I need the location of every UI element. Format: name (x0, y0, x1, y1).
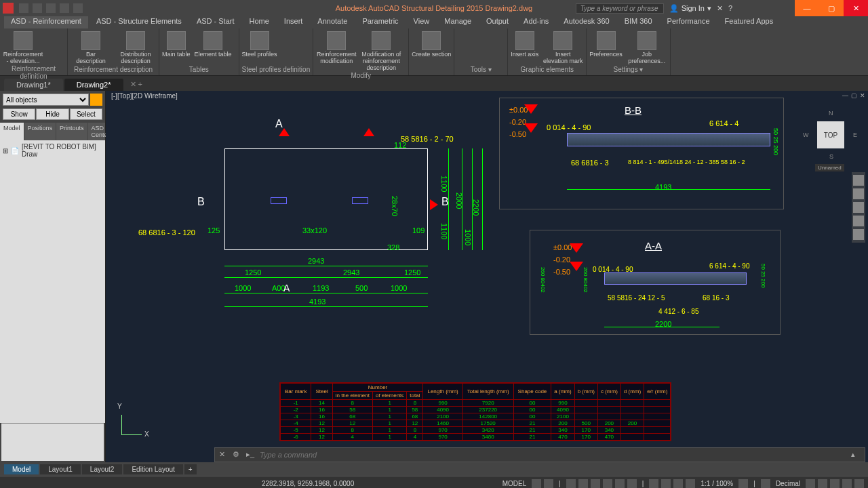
clean-icon[interactable] (818, 479, 827, 489)
qat-undo-icon[interactable] (60, 3, 69, 13)
insert-elevation-button[interactable]: Insert elevation mark (542, 31, 583, 64)
tab-asd-structure[interactable]: ASD - Structure Elements (90, 16, 189, 28)
grid-icon[interactable] (532, 479, 541, 489)
sc-icon[interactable] (761, 479, 770, 489)
tab-a360[interactable]: Autodesk 360 (557, 16, 616, 28)
drawing-tab-2[interactable]: Drawing2* (64, 79, 123, 91)
nav-wheel-icon[interactable] (853, 175, 864, 186)
panel-label[interactable]: Tools ▾ (457, 65, 505, 74)
model-space-toggle[interactable]: MODEL (502, 480, 527, 487)
side-tab-printouts[interactable]: Printouts (56, 123, 88, 140)
sc-icon[interactable] (649, 479, 658, 489)
vp-min-icon[interactable]: — (842, 92, 848, 99)
hide-button[interactable]: Hide (36, 108, 68, 120)
viewport-label[interactable]: [-][Top][2D Wireframe] (111, 92, 178, 100)
qat-open-icon[interactable] (33, 3, 42, 13)
iso-icon[interactable] (830, 479, 840, 489)
model-tree[interactable]: ⊞📄[REVIT TO ROBOT BIM] Draw (0, 140, 105, 423)
model-tab[interactable]: Model (4, 464, 39, 474)
tree-node[interactable]: ⊞📄[REVIT TO ROBOT BIM] Draw (3, 143, 102, 158)
vp-max-icon[interactable]: ▢ (851, 92, 857, 99)
tab-output[interactable]: Output (479, 16, 515, 28)
drawing-tab-1[interactable]: Drawing1* (4, 79, 63, 91)
tab-annotate[interactable]: Annotate (311, 16, 354, 28)
vp-close-icon[interactable]: ✕ (860, 92, 865, 99)
otrack-icon[interactable] (603, 479, 612, 489)
steel-profiles-button[interactable]: Steel profiles (242, 31, 277, 58)
tab-performance[interactable]: Performance (660, 16, 717, 28)
element-table-button[interactable]: Element table (195, 31, 232, 58)
qp-icon[interactable] (806, 479, 815, 489)
qat-new-icon[interactable] (19, 3, 28, 13)
tab-home[interactable]: Home (243, 16, 276, 28)
tab-manage[interactable]: Manage (437, 16, 478, 28)
osnap-icon[interactable] (591, 479, 600, 489)
nav-showmotion-icon[interactable] (853, 229, 864, 240)
show-button[interactable]: Show (3, 108, 35, 120)
qat-save-icon[interactable] (46, 3, 56, 13)
drawing-canvas[interactable]: [-][Top][2D Wireframe] A B B 58 5816 - 2… (106, 91, 868, 462)
snap-icon[interactable] (544, 479, 553, 489)
ortho-icon[interactable] (566, 479, 576, 489)
side-tab-positions[interactable]: Positions (24, 123, 57, 140)
expand-icon[interactable]: ⊞ (3, 147, 8, 155)
cmdline-close-icon[interactable]: ✕ (219, 450, 229, 460)
distribution-description-button[interactable]: Distribution description (115, 31, 156, 64)
job-preferences-button[interactable]: Job preferences... (627, 31, 667, 64)
custom-icon[interactable] (854, 479, 864, 489)
insert-axis-button[interactable]: Insert axis (511, 31, 538, 58)
viewcube-south[interactable]: S (829, 153, 833, 160)
units-readout[interactable]: Decimal (776, 480, 800, 487)
sc-icon[interactable] (661, 479, 671, 489)
panel-label[interactable]: Settings ▾ (589, 65, 667, 74)
new-drawing-tab[interactable]: ✕ + (125, 78, 148, 91)
tab-featured[interactable]: Featured Apps (718, 16, 781, 28)
filter-icon[interactable] (90, 94, 102, 106)
edition-layout-tab[interactable]: Edition Layout (123, 464, 182, 474)
layout2-tab[interactable]: Layout2 (82, 464, 123, 474)
object-filter-select[interactable]: All objects (3, 94, 89, 106)
polar-icon[interactable] (578, 479, 588, 489)
reinf-desc-modification-button[interactable]: Modification of reinforcement descriptio… (361, 31, 401, 71)
cmdline-options-icon[interactable]: ⚙ (233, 450, 242, 460)
gear-icon[interactable] (738, 479, 748, 489)
viewcube-north[interactable]: N (829, 110, 833, 117)
side-command-area[interactable] (1, 423, 104, 461)
viewcube-east[interactable]: E (853, 131, 857, 138)
main-table-button[interactable]: Main table (162, 31, 191, 58)
transparency-icon[interactable] (627, 479, 637, 489)
preferences-button[interactable]: Preferences (589, 31, 623, 58)
create-section-button[interactable]: Create section (412, 31, 451, 58)
reinf-modification-button[interactable]: Reinforcement modification (316, 31, 357, 64)
tab-asd-start[interactable]: ASD - Start (190, 16, 241, 28)
viewcube-west[interactable]: W (803, 131, 809, 138)
exchange-icon[interactable]: ✕ (717, 4, 723, 13)
qat-redo-icon[interactable] (73, 3, 83, 13)
help-icon[interactable]: ? (728, 4, 732, 12)
viewcube[interactable]: N S E W TOP Unnamed (807, 111, 854, 159)
reinforcement-elevation-button[interactable]: Reinforcement - elevation... (3, 31, 43, 64)
cmdline-history-icon[interactable]: ▴ (851, 450, 861, 460)
tab-asd-reinforcement[interactable]: ASD - Reinforcement (4, 16, 88, 28)
command-line[interactable]: ✕ ⚙ ▸_ ▴ (214, 447, 865, 462)
nav-pan-icon[interactable] (853, 188, 864, 199)
tab-addins[interactable]: Add-ins (517, 16, 555, 28)
tab-view[interactable]: View (407, 16, 437, 28)
viewcube-face[interactable]: TOP (817, 121, 844, 148)
minimize-button[interactable]: — (795, 0, 819, 16)
sc-icon[interactable] (686, 479, 695, 489)
viewcube-label[interactable]: Unnamed (815, 164, 844, 171)
sc-icon[interactable] (673, 479, 683, 489)
tab-parametric[interactable]: Parametric (355, 16, 405, 28)
nav-orbit-icon[interactable] (853, 216, 864, 226)
annotation-scale[interactable]: 1:1 / 100% (701, 480, 733, 487)
nav-zoom-icon[interactable] (853, 202, 864, 213)
layout1-tab[interactable]: Layout1 (40, 464, 81, 474)
side-tab-model[interactable]: Model (0, 123, 24, 140)
command-input[interactable] (260, 451, 847, 459)
signin-button[interactable]: 👤Sign In▾ (669, 4, 711, 13)
help-search[interactable]: Type a keyword or phrase (576, 3, 664, 14)
maximize-button[interactable]: ▢ (819, 0, 844, 16)
hw-icon[interactable] (842, 479, 852, 489)
close-button[interactable]: ✕ (844, 0, 868, 16)
